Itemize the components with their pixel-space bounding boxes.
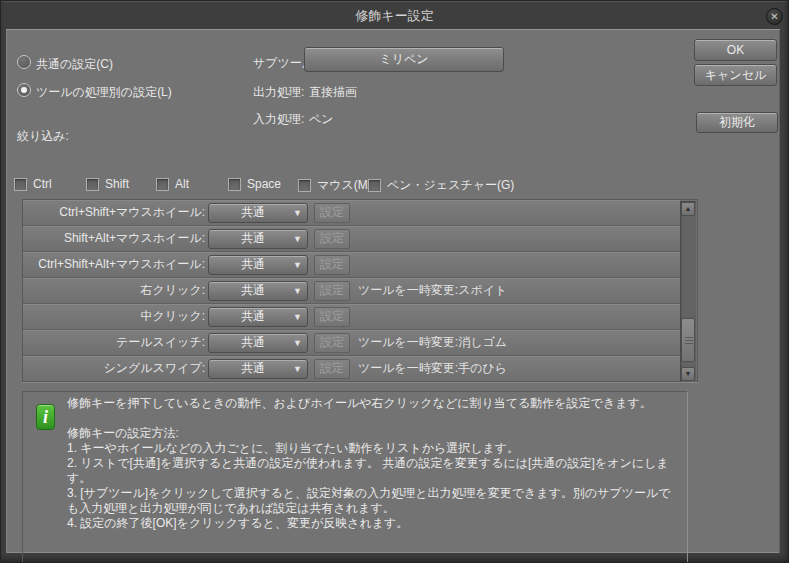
settings-button: 設定 xyxy=(314,281,350,301)
info-line: 1. キーやホイールなどの入力ごとに、割り当てたい動作をリストから選択します。 xyxy=(67,441,679,456)
info-line xyxy=(67,411,679,426)
assignment-row: Ctrl+Shift+マウスホイール:共通▼設定 xyxy=(23,200,680,226)
filter-checkbox-label: ペン・ジェスチャー(G) xyxy=(387,177,514,194)
assignment-dropdown[interactable]: 共通▼ xyxy=(208,281,308,301)
ok-button[interactable]: OK xyxy=(694,39,777,61)
filter-checkbox[interactable] xyxy=(14,178,27,191)
modifier-key-settings-dialog: 修飾キー設定 ✕ 共通の設定(C) ツールの処理別の設定(L) サブツール: ミ… xyxy=(0,0,789,563)
assignment-dropdown[interactable]: 共通▼ xyxy=(208,359,308,379)
filter-checkbox[interactable] xyxy=(86,178,99,191)
chevron-down-icon: ▼ xyxy=(293,234,302,244)
info-line: 修飾キーを押下しているときの動作、およびホイールや右クリックなどに割り当てる動作… xyxy=(67,396,679,411)
assignment-note: ツールを一時変更:手のひら xyxy=(358,360,507,377)
settings-button: 設定 xyxy=(314,333,350,353)
filter-option: Alt xyxy=(156,177,189,191)
scrollbar-thumb[interactable] xyxy=(681,318,695,362)
info-line: 3. [サブツール]をクリックして選択すると、設定対象の入力処理と出力処理を変更… xyxy=(67,486,679,516)
filter-option: Shift xyxy=(86,177,129,191)
settings-button: 設定 xyxy=(314,359,350,379)
filter-option: ペン・ジェスチャー(G) xyxy=(368,177,514,194)
filter-checkbox-label: Space xyxy=(247,177,281,191)
assignment-dropdown-value: 共通 xyxy=(241,204,265,221)
assignment-dropdown[interactable]: 共通▼ xyxy=(208,229,308,249)
assignment-row: 右クリック:共通▼設定ツールを一時変更:スポイト xyxy=(23,278,680,304)
title-bar[interactable]: 修飾キー設定 ✕ xyxy=(1,1,788,27)
info-line: 2. リストで[共通]を選択すると共通の設定が使われます。 共通の設定を変更する… xyxy=(67,456,679,486)
info-line: 4. 設定の終了後[OK]をクリックすると、変更が反映されます。 xyxy=(67,516,679,531)
input-process-label: 入力処理: xyxy=(253,111,304,128)
assignment-row: 中クリック:共通▼設定 xyxy=(23,304,680,330)
filter-label: 絞り込み: xyxy=(17,128,69,145)
assignment-dropdown[interactable]: 共通▼ xyxy=(208,203,308,223)
close-icon[interactable]: ✕ xyxy=(766,8,783,25)
scrollbar[interactable]: ▲ ▼ xyxy=(680,201,696,382)
assignment-dropdown[interactable]: 共通▼ xyxy=(208,333,308,353)
assignment-dropdown[interactable]: 共通▼ xyxy=(208,307,308,327)
subtool-button[interactable]: ミリペン xyxy=(304,47,504,72)
chevron-down-icon: ▼ xyxy=(293,312,302,322)
assignment-row-label: Ctrl+Shift+マウスホイール: xyxy=(23,204,205,221)
assignment-dropdown-value: 共通 xyxy=(241,334,265,351)
assignment-dropdown[interactable]: 共通▼ xyxy=(208,255,308,275)
assignment-dropdown-value: 共通 xyxy=(241,230,265,247)
filter-option: Ctrl xyxy=(14,177,52,191)
filter-option: マウス(M) xyxy=(298,177,372,194)
scroll-up-icon[interactable]: ▲ xyxy=(681,202,695,216)
filter-checkbox-label: Alt xyxy=(175,177,189,191)
chevron-down-icon: ▼ xyxy=(293,208,302,218)
output-process-value: 直接描画 xyxy=(309,84,357,101)
assignment-dropdown-value: 共通 xyxy=(241,256,265,273)
assignment-note: ツールを一時変更:スポイト xyxy=(358,282,507,299)
cancel-button[interactable]: キャンセル xyxy=(694,64,777,86)
filter-checkbox[interactable] xyxy=(368,179,381,192)
settings-button: 設定 xyxy=(314,229,350,249)
scroll-down-icon[interactable]: ▼ xyxy=(681,367,695,381)
chevron-down-icon: ▼ xyxy=(293,260,302,270)
assignment-row-label: 中クリック: xyxy=(23,308,205,325)
filter-checkbox-label: Shift xyxy=(105,177,129,191)
assignment-row-label: シングルスワイプ: xyxy=(23,360,205,377)
filter-option: Space xyxy=(228,177,281,191)
dialog-title: 修飾キー設定 xyxy=(1,7,788,25)
assignment-dropdown-value: 共通 xyxy=(241,308,265,325)
radio-common-settings[interactable] xyxy=(17,55,31,69)
assignment-row-label: Ctrl+Shift+Alt+マウスホイール: xyxy=(23,256,205,273)
assignment-row: Ctrl+Shift+Alt+マウスホイール:共通▼設定 xyxy=(23,252,680,278)
filter-checkbox[interactable] xyxy=(228,178,241,191)
assignment-dropdown-value: 共通 xyxy=(241,282,265,299)
dialog-body: 共通の設定(C) ツールの処理別の設定(L) サブツール: ミリペン 出力処理:… xyxy=(6,29,780,553)
chevron-down-icon: ▼ xyxy=(293,338,302,348)
assignment-row: テールスイッチ:共通▼設定ツールを一時変更:消しゴム xyxy=(23,330,680,356)
radio-per-tool-settings-label: ツールの処理別の設定(L) xyxy=(36,84,172,101)
radio-per-tool-settings[interactable] xyxy=(17,83,31,97)
filter-checkbox-label: Ctrl xyxy=(33,177,52,191)
info-line: 修飾キーの設定方法: xyxy=(67,426,679,441)
assignment-row: シングルスワイプ:共通▼設定ツールを一時変更:手のひら xyxy=(23,356,680,381)
assignment-dropdown-value: 共通 xyxy=(241,360,265,377)
settings-button: 設定 xyxy=(314,255,350,275)
info-icon: i xyxy=(36,404,55,430)
assignment-note: ツールを一時変更:消しゴム xyxy=(358,334,507,351)
info-box: i 修飾キーを押下しているときの動作、およびホイールや右クリックなどに割り当てる… xyxy=(22,391,688,563)
assignment-row-label: 右クリック: xyxy=(23,282,205,299)
filter-checkbox[interactable] xyxy=(156,178,169,191)
input-process-value: ペン xyxy=(309,111,334,128)
settings-button: 設定 xyxy=(314,307,350,327)
assignment-list: Ctrl+Shift+マウスホイール:共通▼設定Shift+Alt+マウスホイー… xyxy=(22,199,698,382)
assignment-row-label: Shift+Alt+マウスホイール: xyxy=(23,230,205,247)
chevron-down-icon: ▼ xyxy=(293,364,302,374)
filter-checkbox-label: マウス(M) xyxy=(317,177,372,194)
assignment-row-label: テールスイッチ: xyxy=(23,334,205,351)
output-process-label: 出力処理: xyxy=(253,84,304,101)
reset-button[interactable]: 初期化 xyxy=(696,112,778,133)
radio-common-settings-label: 共通の設定(C) xyxy=(36,56,113,73)
chevron-down-icon: ▼ xyxy=(293,286,302,296)
filter-checkbox[interactable] xyxy=(298,179,311,192)
info-text: 修飾キーを押下しているときの動作、およびホイールや右クリックなどに割り当てる動作… xyxy=(67,396,679,531)
assignment-row: Shift+Alt+マウスホイール:共通▼設定 xyxy=(23,226,680,252)
settings-button: 設定 xyxy=(314,203,350,223)
